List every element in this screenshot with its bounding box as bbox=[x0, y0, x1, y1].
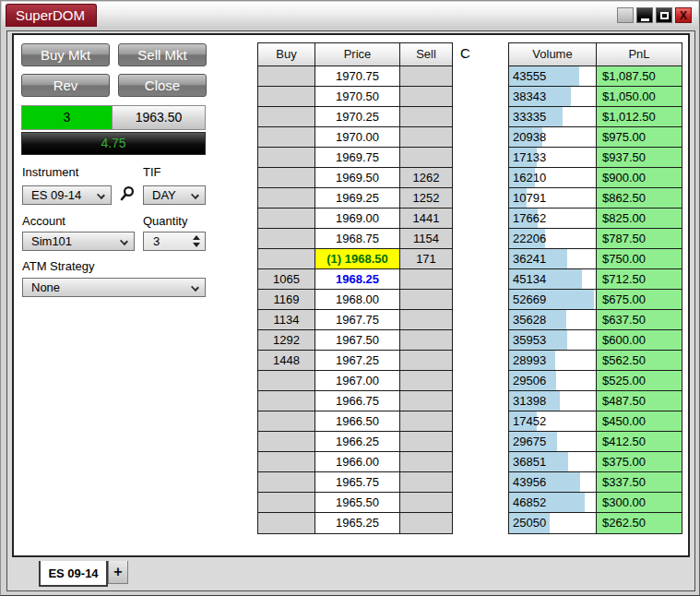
stats-row: 29675$412.50 bbox=[509, 432, 682, 452]
volume-value: 43555 bbox=[509, 69, 546, 83]
sell-column-header[interactable]: Sell bbox=[400, 43, 452, 66]
volume-value: 43956 bbox=[509, 475, 546, 489]
volume-cell: 46852 bbox=[509, 493, 597, 512]
sell-depth-cell[interactable] bbox=[400, 330, 452, 350]
account-label: Account bbox=[22, 214, 65, 228]
reverse-button[interactable]: Rev bbox=[21, 74, 110, 97]
buy-depth-cell[interactable]: 1448 bbox=[258, 351, 315, 370]
buy-depth-cell[interactable] bbox=[258, 66, 315, 86]
center-button[interactable]: C bbox=[460, 45, 470, 61]
sell-depth-cell[interactable] bbox=[400, 452, 452, 471]
sell-depth-cell[interactable] bbox=[400, 148, 452, 167]
window-title-tab: SuperDOM bbox=[6, 4, 97, 27]
buy-depth-cell[interactable] bbox=[258, 168, 315, 187]
buy-depth-cell[interactable]: 1065 bbox=[258, 269, 315, 289]
sell-depth-cell[interactable] bbox=[400, 371, 452, 390]
instrument-search-button[interactable] bbox=[118, 185, 136, 204]
sell-depth-cell[interactable]: 1252 bbox=[400, 188, 452, 208]
maximize-button[interactable] bbox=[656, 7, 672, 23]
sell-depth-cell[interactable] bbox=[400, 391, 452, 411]
sell-depth-cell[interactable] bbox=[400, 66, 452, 86]
dom-ladder: Buy Price Sell 1970.751970.501970.251970… bbox=[257, 42, 453, 534]
atm-strategy-select[interactable]: None bbox=[22, 278, 206, 297]
sell-depth-cell[interactable] bbox=[400, 472, 452, 492]
pnl-cell: $825.00 bbox=[597, 209, 682, 228]
sell-depth-cell[interactable] bbox=[400, 310, 452, 329]
volume-column-header[interactable]: Volume bbox=[509, 43, 597, 66]
sell-depth-cell[interactable] bbox=[400, 513, 452, 533]
sell-depth-cell[interactable] bbox=[400, 107, 452, 126]
sell-depth-cell[interactable]: 1154 bbox=[400, 229, 452, 248]
sell-depth-cell[interactable] bbox=[400, 493, 452, 512]
buy-depth-cell[interactable]: 1134 bbox=[258, 310, 315, 329]
pnl-cell: $1,087.50 bbox=[597, 66, 682, 86]
buy-depth-cell[interactable] bbox=[258, 493, 315, 512]
volume-value: 29675 bbox=[509, 435, 546, 448]
buy-depth-cell[interactable] bbox=[258, 513, 315, 533]
title-bar[interactable]: SuperDOM X bbox=[2, 2, 698, 30]
buy-depth-cell[interactable] bbox=[258, 148, 315, 167]
buy-column-header[interactable]: Buy bbox=[258, 43, 315, 66]
close-position-button[interactable]: Close bbox=[118, 74, 207, 97]
price-column-header[interactable]: Price bbox=[315, 43, 400, 66]
dom-row: 14481967.25 bbox=[258, 351, 452, 371]
buy-depth-cell[interactable] bbox=[258, 209, 315, 228]
buy-market-button[interactable]: Buy Mkt bbox=[21, 43, 110, 66]
stats-row: 20938$975.00 bbox=[509, 127, 682, 148]
dom-row: 1965.25 bbox=[258, 513, 452, 533]
buy-depth-cell[interactable]: 1169 bbox=[258, 290, 315, 309]
stats-row: 22206$787.50 bbox=[509, 229, 682, 249]
buy-depth-cell[interactable] bbox=[258, 107, 315, 126]
quantity-stepper[interactable]: 3 bbox=[143, 232, 206, 251]
close-button[interactable]: X bbox=[675, 7, 692, 23]
buy-depth-cell[interactable] bbox=[258, 229, 315, 248]
volume-cell: 16210 bbox=[509, 168, 597, 187]
buy-depth-cell[interactable] bbox=[258, 371, 315, 390]
tif-label: TIF bbox=[143, 165, 161, 179]
sell-depth-cell[interactable] bbox=[400, 290, 452, 309]
buy-depth-cell[interactable] bbox=[258, 432, 315, 451]
sell-depth-cell[interactable] bbox=[400, 269, 452, 289]
buy-depth-cell[interactable] bbox=[258, 391, 315, 411]
pnl-cell: $1,050.00 bbox=[597, 87, 682, 106]
volume-value: 10791 bbox=[509, 191, 546, 205]
sell-market-button[interactable]: Sell Mkt bbox=[118, 43, 207, 66]
account-select[interactable]: Sim101 bbox=[22, 232, 135, 251]
minimize-button[interactable] bbox=[636, 7, 653, 23]
sell-depth-cell[interactable] bbox=[400, 351, 452, 370]
sell-depth-cell[interactable] bbox=[400, 432, 452, 451]
instrument-select[interactable]: ES 09-14 bbox=[22, 185, 112, 205]
stats-row: 17452$450.00 bbox=[509, 411, 682, 432]
dom-row: 1966.25 bbox=[258, 432, 452, 452]
sell-depth-cell[interactable]: 1441 bbox=[400, 209, 452, 228]
sell-depth-cell[interactable]: 1262 bbox=[400, 168, 452, 187]
buy-depth-cell[interactable] bbox=[258, 127, 315, 147]
instrument-value: ES 09-14 bbox=[31, 188, 81, 202]
buy-depth-cell[interactable] bbox=[258, 87, 315, 106]
buy-depth-cell[interactable] bbox=[258, 472, 315, 492]
dom-row: 1970.75 bbox=[258, 66, 452, 87]
volume-cell: 36851 bbox=[509, 452, 597, 471]
sell-depth-cell[interactable] bbox=[400, 87, 452, 106]
buy-depth-cell[interactable] bbox=[258, 411, 315, 431]
buy-depth-cell[interactable]: 1292 bbox=[258, 330, 315, 350]
add-tab-button[interactable]: + bbox=[108, 561, 128, 584]
stats-row: 45134$712.50 bbox=[509, 269, 682, 290]
pnl-cell: $450.00 bbox=[597, 411, 682, 431]
pnl-cell: $262.50 bbox=[597, 513, 682, 533]
window-extra-button[interactable] bbox=[617, 7, 634, 23]
pnl-column-header[interactable]: PnL bbox=[597, 43, 682, 66]
pnl-cell: $525.00 bbox=[597, 371, 682, 390]
sell-depth-cell[interactable]: 171 bbox=[400, 249, 452, 268]
sell-depth-cell[interactable] bbox=[400, 411, 452, 431]
pnl-cell: $975.00 bbox=[597, 127, 682, 147]
buy-depth-cell[interactable] bbox=[258, 452, 315, 471]
tif-select[interactable]: DAY bbox=[143, 185, 206, 205]
buy-depth-cell[interactable] bbox=[258, 188, 315, 208]
spinner-down-icon[interactable] bbox=[193, 243, 200, 247]
buy-depth-cell[interactable] bbox=[258, 249, 315, 268]
tab-es-09-14[interactable]: ES 09-14 bbox=[39, 561, 108, 587]
spinner-up-icon[interactable] bbox=[193, 235, 200, 240]
price-cell: 1969.75 bbox=[315, 148, 400, 167]
sell-depth-cell[interactable] bbox=[400, 127, 452, 147]
